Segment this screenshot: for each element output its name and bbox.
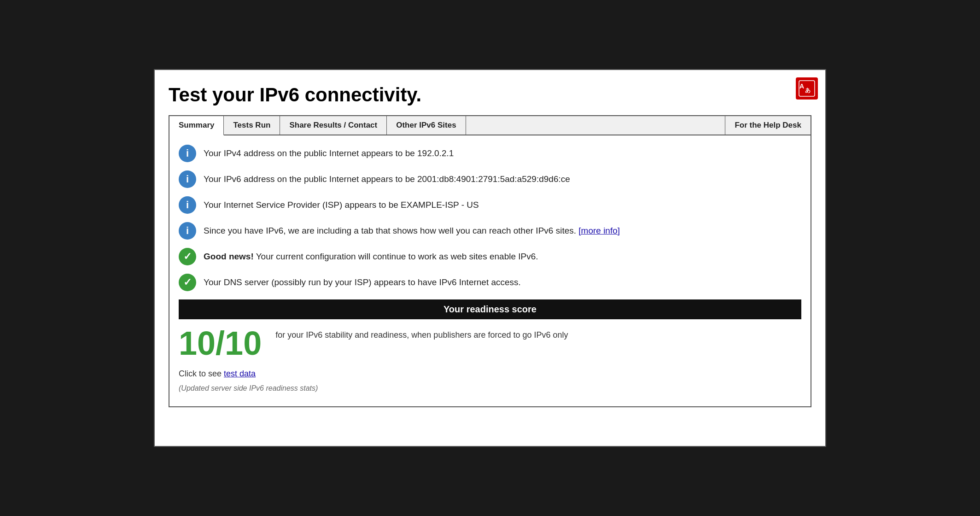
score-bar: Your readiness score bbox=[179, 299, 801, 319]
svg-text:あ: あ bbox=[805, 87, 811, 94]
page-container: A あ Test your IPv6 connectivity. Summary… bbox=[154, 69, 826, 447]
info-text-ipv6: Your IPv6 address on the public Internet… bbox=[204, 174, 570, 185]
tab-summary[interactable]: Summary bbox=[169, 116, 224, 135]
test-data-prefix: Click to see bbox=[179, 369, 224, 378]
info-text-isp: Your Internet Service Provider (ISP) app… bbox=[204, 199, 479, 211]
tab-tests-run[interactable]: Tests Run bbox=[224, 116, 280, 135]
info-icon-3: i bbox=[179, 196, 196, 214]
info-row-ipv6: i Your IPv6 address on the public Intern… bbox=[179, 170, 801, 188]
content-area: i Your IPv4 address on the public Intern… bbox=[169, 135, 811, 407]
info-text-dns: Your DNS server (possibly run by your IS… bbox=[204, 277, 521, 288]
page-title: Test your IPv6 connectivity. bbox=[169, 84, 811, 106]
tab-other-ipv6[interactable]: Other IPv6 Sites bbox=[387, 116, 466, 135]
score-description: for your IPv6 stability and readiness, w… bbox=[275, 330, 568, 340]
info-text-good-news: Good news! Your current configuration wi… bbox=[204, 251, 538, 263]
info-row-ipv4: i Your IPv4 address on the public Intern… bbox=[179, 145, 801, 162]
info-row-dns: ✓ Your DNS server (possibly run by your … bbox=[179, 274, 801, 291]
translate-icon[interactable]: A あ bbox=[796, 77, 818, 100]
info-row-tab: i Since you have IPv6, we are including … bbox=[179, 222, 801, 240]
tab-help-desk[interactable]: For the Help Desk bbox=[725, 116, 811, 135]
tab-spacer bbox=[466, 116, 726, 135]
more-info-link[interactable]: [more info] bbox=[578, 226, 620, 235]
info-icon-4: i bbox=[179, 222, 196, 240]
updated-text: (Updated server side IPv6 readiness stat… bbox=[179, 384, 801, 393]
tab-bar: Summary Tests Run Share Results / Contac… bbox=[169, 115, 811, 135]
tab-share-results[interactable]: Share Results / Contact bbox=[280, 116, 387, 135]
info-icon-1: i bbox=[179, 145, 196, 162]
svg-text:A: A bbox=[799, 82, 804, 90]
info-text-tab: Since you have IPv6, we are including a … bbox=[204, 225, 620, 237]
test-data-row: Click to see test data bbox=[179, 369, 801, 379]
score-section: 10/10 for your IPv6 stability and readin… bbox=[179, 325, 801, 360]
info-icon-2: i bbox=[179, 170, 196, 188]
info-row-isp: i Your Internet Service Provider (ISP) a… bbox=[179, 196, 801, 214]
info-text-ipv4: Your IPv4 address on the public Internet… bbox=[204, 148, 454, 159]
info-row-good-news: ✓ Good news! Your current configuration … bbox=[179, 248, 801, 265]
score-bar-label: Your readiness score bbox=[443, 304, 537, 314]
check-icon-2: ✓ bbox=[179, 274, 196, 291]
score-number: 10/10 bbox=[179, 327, 262, 360]
test-data-link[interactable]: test data bbox=[224, 369, 256, 378]
check-icon-1: ✓ bbox=[179, 248, 196, 265]
